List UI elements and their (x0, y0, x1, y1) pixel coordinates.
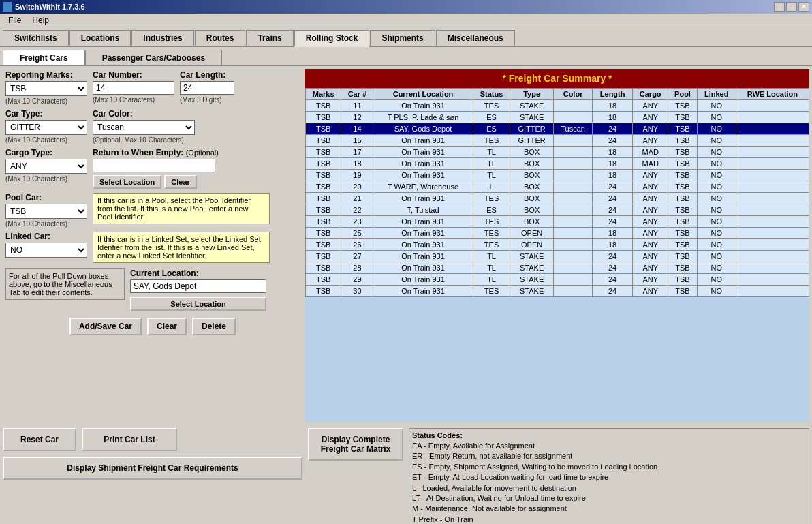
table-row[interactable]: TSB28On Train 931TLSTAKE24ANYTSBNO (306, 262, 809, 274)
table-row[interactable]: TSB23On Train 931TESBOX24ANYTSBNO (306, 216, 809, 228)
table-cell: ANY (632, 216, 668, 228)
table-cell: 18 (341, 158, 373, 170)
table-cell (736, 216, 809, 228)
table-cell: T, Tulstad (373, 204, 473, 216)
summary-title: * Freight Car Summary * (305, 69, 809, 88)
linked-car-col: Linked Car: NO (5, 232, 87, 258)
linked-car-select[interactable]: NO (5, 243, 87, 258)
table-row[interactable]: TSB22T, TulstadESBOX24ANYTSBNO (306, 204, 809, 216)
status-code-item: LT - At Destination, Waiting for Unload … (412, 493, 806, 504)
display-complete-button[interactable]: Display Complete Freight Car Matrix (308, 428, 403, 461)
tab-industries[interactable]: Industries (131, 30, 193, 46)
table-row[interactable]: TSB20T WARE, WarehouseLBOX24ANYTSBNO (306, 181, 809, 193)
table-cell: STAKE (510, 112, 553, 123)
tab-locations[interactable]: Locations (69, 30, 131, 46)
table-cell: 18 (593, 147, 633, 158)
select-location-button-2[interactable]: Select Location (130, 297, 266, 311)
tab-rolling-stock[interactable]: Rolling Stock (294, 30, 370, 47)
form-row-2: Car Type: GITTER (Max 10 Characters) Car… (3, 108, 302, 145)
table-row[interactable]: TSB12T PLS, P. Lade & sønESSTAKE18ANYTSB… (306, 112, 809, 123)
table-row[interactable]: TSB25On Train 931TESOPEN18ANYTSBNO (306, 228, 809, 239)
table-cell: TSB (306, 286, 341, 297)
table-row[interactable]: TSB21On Train 931TESBOX24ANYTSBNO (306, 193, 809, 204)
table-cell: TSB (668, 239, 697, 251)
table-cell: TES (473, 135, 510, 147)
menu-file[interactable]: File (3, 16, 27, 25)
table-cell (553, 170, 592, 181)
table-cell (736, 158, 809, 170)
table-row[interactable]: TSB19On Train 931TLBOX18ANYTSBNO (306, 170, 809, 181)
add-save-button[interactable]: Add/Save Car (69, 318, 142, 335)
table-cell: ANY (632, 262, 668, 274)
select-location-button-1[interactable]: Select Location (93, 175, 161, 189)
main-action-buttons: Add/Save Car Clear Delete (3, 315, 302, 338)
table-cell: On Train 931 (373, 100, 473, 112)
clear-button-2[interactable]: Clear (147, 318, 187, 335)
pool-car-select[interactable]: TSB (5, 204, 87, 219)
table-cell: 12 (341, 112, 373, 123)
tab-routes[interactable]: Routes (195, 30, 246, 46)
table-cell: 24 (593, 193, 633, 204)
table-cell: 24 (593, 204, 633, 216)
table-cell: TSB (306, 193, 341, 204)
current-location-input[interactable] (130, 279, 266, 293)
car-type-select[interactable]: GITTER (5, 120, 87, 135)
table-cell: T WARE, Warehouse (373, 181, 473, 193)
car-length-input[interactable] (180, 81, 234, 95)
form-row-1: Reporting Marks: TSB (Max 10 Characters)… (3, 69, 302, 106)
car-color-select[interactable]: Tuscan (93, 120, 195, 135)
table-cell: NO (697, 204, 736, 216)
table-row[interactable]: TSB17On Train 931TLBOX18MADTSBNO (306, 147, 809, 158)
table-row[interactable]: TSB30On Train 931TESSTAKE24ANYTSBNO (306, 286, 809, 297)
table-cell: TES (473, 100, 510, 112)
tab-miscellaneous[interactable]: Miscellaneous (436, 30, 515, 46)
table-row[interactable]: TSB18On Train 931TLBOX18MADTSBNO (306, 158, 809, 170)
maximize-button[interactable]: □ (786, 2, 797, 12)
table-cell: STAKE (510, 251, 553, 262)
table-row[interactable]: TSB11On Train 931TESSTAKE18ANYTSBNO (306, 100, 809, 112)
col-status: Status (473, 89, 510, 100)
table-cell: TSB (306, 262, 341, 274)
table-cell: BOX (510, 204, 553, 216)
table-cell: On Train 931 (373, 274, 473, 286)
table-cell: TSB (668, 123, 697, 135)
tab-shipments[interactable]: Shipments (370, 30, 435, 46)
table-cell (553, 112, 592, 123)
table-cell: 24 (593, 274, 633, 286)
reporting-marks-select[interactable]: TSB (5, 81, 87, 96)
car-number-input[interactable] (93, 81, 174, 95)
print-car-list-button[interactable]: Print Car List (82, 428, 177, 451)
table-cell: 24 (593, 135, 633, 147)
status-code-item: ES - Empty, Shipment Assigned, Waiting t… (412, 462, 806, 472)
table-cell: TSB (668, 112, 697, 123)
table-cell: TSB (668, 262, 697, 274)
table-cell: ANY (632, 112, 668, 123)
table-cell: On Train 931 (373, 147, 473, 158)
menu-help[interactable]: Help (27, 16, 54, 25)
close-button[interactable]: ✕ (798, 2, 809, 12)
table-cell: NO (697, 193, 736, 204)
table-cell: GITTER (510, 135, 553, 147)
return-when-empty-input[interactable] (93, 159, 215, 172)
subtab-freight-cars[interactable]: Freight Cars (3, 50, 85, 65)
table-row[interactable]: TSB27On Train 931TLSTAKE24ANYTSBNO (306, 251, 809, 262)
table-row[interactable]: TSB26On Train 931TESOPEN18ANYTSBNO (306, 239, 809, 251)
table-cell: On Train 931 (373, 262, 473, 274)
display-shipment-wrapper: Display Shipment Freight Car Requirement… (3, 457, 302, 480)
delete-button[interactable]: Delete (192, 318, 236, 335)
tab-trains[interactable]: Trains (246, 30, 293, 46)
clear-button-1[interactable]: Clear (164, 175, 197, 189)
table-cell (736, 112, 809, 123)
status-code-item: M - Maintenance, Not available for assig… (412, 504, 806, 514)
minimize-button[interactable]: _ (774, 2, 785, 12)
table-cell: NO (697, 100, 736, 112)
cargo-type-select[interactable]: ANY (5, 159, 87, 174)
reset-car-button[interactable]: Reset Car (3, 428, 76, 451)
table-row[interactable]: TSB15On Train 931TESGITTER24ANYTSBNO (306, 135, 809, 147)
table-row[interactable]: TSB29On Train 931TLSTAKE24ANYTSBNO (306, 274, 809, 286)
tab-switchlists[interactable]: Switchlists (3, 30, 69, 46)
table-row[interactable]: TSB14SAY, Gods DepotESGITTERTuscan24ANYT… (306, 123, 809, 135)
subtab-passenger-cars[interactable]: Passenger Cars/Cabooses (85, 50, 222, 65)
table-cell: NO (697, 158, 736, 170)
display-shipment-button[interactable]: Display Shipment Freight Car Requirement… (3, 457, 302, 480)
